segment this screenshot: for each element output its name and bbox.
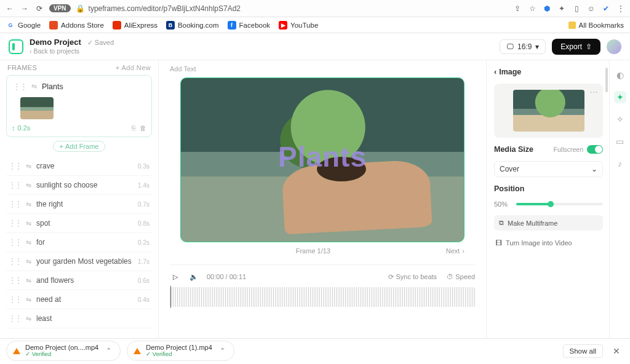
- bookmark-item[interactable]: BBooking.com: [166, 21, 218, 30]
- project-title: Demo Project: [30, 38, 81, 47]
- frame-duration: 0.2s: [138, 239, 150, 246]
- drag-handle-icon[interactable]: ⋮⋮: [9, 219, 21, 228]
- drag-handle-icon[interactable]: ⋮⋮: [9, 257, 21, 266]
- rail-music-icon[interactable]: ♪: [614, 157, 626, 170]
- bookmark-label: AliExpress: [124, 22, 158, 29]
- link-icon: ⇋: [26, 181, 31, 189]
- bookmark-favicon: [113, 21, 121, 30]
- frame-text: need at: [36, 295, 61, 304]
- nav-reload-icon[interactable]: ⟳: [34, 4, 44, 14]
- extensions-icon[interactable]: ✦: [557, 4, 566, 13]
- drag-handle-icon[interactable]: ⋮⋮: [9, 295, 21, 304]
- show-all-downloads-button[interactable]: Show all: [563, 344, 603, 358]
- folder-icon: [568, 22, 576, 29]
- frame-list-item[interactable]: ⋮⋮⇋sunlight so choose1.4s: [6, 176, 152, 195]
- bookmark-item[interactable]: ▶YouTube: [279, 21, 318, 30]
- sync-to-beats-button[interactable]: ⟳ Sync to beats: [388, 273, 437, 281]
- preview-menu-icon[interactable]: ⋯: [589, 87, 598, 97]
- nav-forward-icon[interactable]: →: [20, 4, 30, 14]
- drag-handle-icon[interactable]: ⋮⋮: [9, 238, 21, 247]
- speed-button[interactable]: ⏱ Speed: [447, 273, 475, 281]
- address-bar[interactable]: 🔒 typeframes.com/editor/p7wBljLxtN4nhlpS…: [76, 4, 508, 13]
- drag-handle-icon[interactable]: ⋮⋮: [13, 82, 26, 91]
- shield-icon[interactable]: ⬢: [543, 4, 551, 13]
- nav-back-icon[interactable]: ←: [5, 4, 15, 14]
- bookmark-item[interactable]: fFacebook: [228, 21, 271, 30]
- rail-image-icon[interactable]: ✦: [614, 91, 626, 103]
- aspect-ratio-button[interactable]: 🖵 16:9 ▾: [500, 39, 546, 54]
- frame-list-item[interactable]: ⋮⋮⇋spot0.8s: [6, 214, 152, 233]
- link-icon: ⇋: [26, 296, 31, 304]
- frame-thumbnail[interactable]: [20, 97, 54, 119]
- add-new-frame-button[interactable]: + Add New: [116, 64, 151, 71]
- share-icon[interactable]: ⇪: [513, 4, 522, 13]
- add-frame-button[interactable]: + Add Frame: [53, 141, 106, 152]
- download-menu-icon[interactable]: ⌃: [217, 347, 228, 355]
- play-button[interactable]: ▷: [170, 271, 181, 282]
- playhead[interactable]: [170, 286, 171, 308]
- frame-text: and flowers: [36, 276, 74, 285]
- security-icon[interactable]: ✔: [602, 4, 610, 13]
- frame-duration[interactable]: ↕ 0.2s: [12, 124, 30, 132]
- link-icon: ⇋: [26, 277, 31, 285]
- side-panel-icon[interactable]: ▯: [572, 4, 581, 13]
- mute-button[interactable]: 🔈: [188, 271, 199, 282]
- back-to-image-button[interactable]: ‹ Image: [494, 68, 603, 76]
- scrollbar-thumb[interactable]: [605, 68, 608, 92]
- frame-list-item[interactable]: ⋮⋮⇋your garden Most vegetables1.7s: [6, 252, 152, 271]
- preview-canvas[interactable]: Plants: [180, 77, 465, 242]
- drag-handle-icon[interactable]: ⋮⋮: [9, 314, 21, 323]
- frame-list-item[interactable]: ⋮⋮⇋crave0.3s: [6, 157, 152, 176]
- bookmark-item[interactable]: Addons Store: [49, 21, 104, 30]
- drag-handle-icon[interactable]: ⋮⋮: [9, 162, 21, 170]
- bookmark-item[interactable]: GGoogle: [6, 21, 41, 30]
- bookmark-item[interactable]: AliExpress: [113, 21, 158, 30]
- active-frame-card[interactable]: ⋮⋮ ⇋ Plants ▦ ↕ 0.2s ⎘ 🗑: [6, 75, 152, 137]
- user-avatar[interactable]: [607, 39, 621, 54]
- add-text-button[interactable]: Add Text: [170, 65, 196, 73]
- drag-handle-icon[interactable]: ⋮⋮: [9, 181, 21, 189]
- frame-counter: Frame 1/13: [296, 247, 330, 255]
- vpn-badge[interactable]: VPN: [49, 4, 71, 12]
- export-label: Export: [560, 42, 582, 51]
- rail-globe-icon[interactable]: ◐: [614, 69, 626, 81]
- frame-list-item[interactable]: ⋮⋮⇋and flowers0.6s: [6, 271, 152, 290]
- image-thumbnail[interactable]: [513, 90, 584, 132]
- frame-list-item[interactable]: ⋮⋮⇋need at0.4s: [6, 290, 152, 309]
- fullscreen-toggle[interactable]: [587, 145, 603, 154]
- star-icon[interactable]: ☆: [528, 4, 536, 13]
- back-to-projects-link[interactable]: ‹ Back to projects: [30, 47, 114, 55]
- vlc-icon: [134, 348, 141, 354]
- position-slider[interactable]: [516, 203, 603, 205]
- drag-handle-icon[interactable]: ⋮⋮: [9, 276, 21, 285]
- download-chip[interactable]: Demo Project (on....mp4✓ Verified⌃: [6, 341, 121, 361]
- frame-list-item[interactable]: ⋮⋮⇋the right0.7s: [6, 195, 152, 214]
- aspect-ratio-label: 16:9: [517, 42, 532, 51]
- next-frame-button[interactable]: Next ›: [446, 247, 465, 255]
- delete-frame-icon[interactable]: 🗑: [140, 124, 146, 132]
- make-multiframe-button[interactable]: ⧉ Make Multiframe: [494, 215, 603, 231]
- close-downloads-button[interactable]: ✕: [609, 346, 624, 356]
- app-logo[interactable]: [9, 39, 23, 54]
- download-chip[interactable]: Demo Project (1).mp4✓ Verified⌃: [127, 341, 234, 361]
- turn-into-video-button[interactable]: 🎞 Turn Image into Video: [494, 238, 603, 248]
- rail-effects-icon[interactable]: ✧: [614, 113, 626, 125]
- export-button[interactable]: Export ⇧: [552, 39, 600, 55]
- profile-icon[interactable]: ☺: [587, 4, 596, 13]
- all-bookmarks-button[interactable]: All Bookmarks: [568, 22, 624, 29]
- image-preview: ⋯: [494, 84, 603, 138]
- frame-text: sunlight so choose: [36, 181, 97, 189]
- multiframe-icon: ⧉: [499, 219, 504, 227]
- chevron-down-icon: ▾: [535, 42, 539, 51]
- rail-aspect-icon[interactable]: ▭: [614, 135, 626, 148]
- bookmark-favicon: f: [228, 21, 236, 30]
- frame-list-item[interactable]: ⋮⋮⇋least: [6, 309, 152, 328]
- download-menu-icon[interactable]: ⌃: [103, 347, 114, 355]
- bookmark-favicon: G: [6, 21, 15, 30]
- copy-frame-icon[interactable]: ⎘: [132, 124, 136, 132]
- audio-waveform[interactable]: [170, 287, 475, 307]
- frame-list-item[interactable]: ⋮⋮⇋for0.2s: [6, 233, 152, 252]
- drag-handle-icon[interactable]: ⋮⋮: [9, 200, 21, 208]
- kebab-menu-icon[interactable]: ⋮: [616, 4, 625, 13]
- fit-mode-select[interactable]: Cover ⌄: [494, 161, 603, 177]
